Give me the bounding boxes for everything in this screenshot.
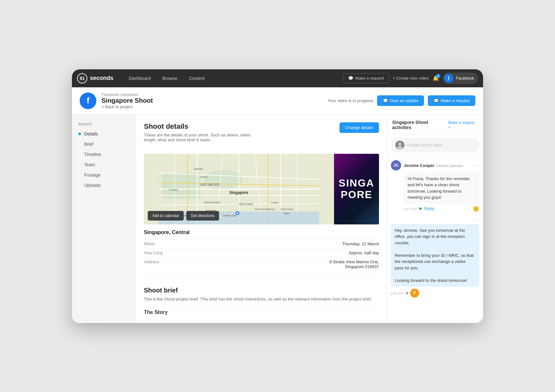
inactive-indicator — [78, 153, 81, 156]
shoot-brief-title: Shoot brief — [144, 287, 379, 294]
how-long-row: How Long Approx. half day — [144, 248, 379, 257]
project-info: f Facebook Livestream Singapore Shoot < … — [80, 92, 153, 109]
svg-text:IT TIMAH: IT TIMAH — [168, 189, 178, 191]
svg-text:CHAN: CHAN — [271, 201, 278, 204]
update-input-placeholder[interactable]: Update shoot team... — [407, 143, 475, 147]
top-navigation: 91 seconds Dashboard Browse Content 💬 Ma… — [72, 69, 483, 87]
activities-make-request-link[interactable]: Make a request > — [448, 120, 478, 129]
emoji-reaction-button[interactable]: 🙂 — [473, 206, 479, 212]
nav-right-actions: 💬 Make a request + Create new video 🔔 1 … — [343, 73, 478, 84]
svg-text:TOA PAYOH: TOA PAYOH — [204, 201, 220, 204]
nav-link-content[interactable]: Content — [184, 73, 210, 83]
message-item: JC Jerome Cooper Camera Operator ··· Hi … — [391, 160, 479, 212]
sidebar-label-footage: Footage — [84, 172, 101, 178]
message-author-info: Jerome Cooper Camera Operator — [404, 162, 463, 168]
project-meta: Facebook Livestream Singapore Shoot < Ba… — [101, 92, 153, 109]
change-details-button[interactable]: Change details — [339, 122, 379, 133]
map-container: ANG MO KIO Singapore TOA PAYOH GEYLANG P… — [144, 154, 379, 224]
when-label: When — [144, 241, 155, 246]
message-header: JC Jerome Cooper Camera Operator ··· — [391, 160, 479, 170]
when-value: Thursday, 12 March — [342, 241, 379, 246]
nav-links: Dashboard Browse Content — [124, 73, 343, 83]
main-content: SHOOT Details Brief Timeline Team Footag… — [72, 115, 483, 323]
svg-text:PAYA L: PAYA L — [200, 176, 209, 179]
message-status-indicator — [419, 207, 422, 210]
sidebar-item-team[interactable]: Team — [72, 160, 136, 170]
inactive-indicator — [78, 184, 81, 187]
own-message-avatar: F — [410, 289, 419, 298]
account-menu[interactable]: f Facebook — [443, 73, 478, 84]
sidebar-item-uploads[interactable]: Uploads — [72, 180, 136, 190]
shoot-brief-section: Shoot brief This is the Shoot project br… — [144, 280, 379, 315]
notification-badge: 1 — [436, 74, 440, 78]
project-title: Singapore Shoot — [101, 97, 153, 104]
message-time: just now — [404, 207, 417, 211]
sidebar-item-timeline[interactable]: Timeline — [72, 149, 136, 160]
sidebar-label-timeline: Timeline — [84, 152, 101, 157]
own-message-bubble: Hey Jerome, See you tomorrow at the offi… — [391, 224, 479, 287]
back-to-project-link[interactable]: < Back to project — [101, 104, 153, 109]
nav-link-dashboard[interactable]: Dashboard — [124, 73, 156, 83]
shoot-details-title: Shoot details — [144, 122, 260, 131]
own-message-status — [406, 292, 408, 294]
address-value: 9 Straits View Marina One, Singapore 018… — [330, 259, 379, 269]
the-story-header: The Story — [144, 307, 379, 315]
svg-point-34 — [236, 212, 238, 214]
singapore-overlay: SINGA PORE — [334, 154, 379, 224]
svg-text:Suntec City: Suntec City — [223, 214, 236, 217]
current-user-avatar — [395, 141, 404, 150]
svg-text:ANG MO KIO: ANG MO KIO — [200, 183, 220, 187]
own-message-text-3: Looking forward to the shoot tomorrow! — [395, 277, 475, 284]
get-directions-button[interactable]: Get directions — [186, 211, 219, 221]
update-input-row[interactable]: Update shoot team... — [391, 138, 479, 152]
when-row: When Thursday, 12 March — [144, 239, 379, 248]
location-name: Singapore, Central — [144, 230, 379, 235]
message-options-button[interactable]: ··· — [475, 162, 479, 168]
sidebar-label-details: Details — [84, 131, 98, 136]
sidebar-item-details[interactable]: Details — [72, 129, 136, 139]
sidebar-label-team: Team — [84, 162, 95, 167]
project-platform-logo: f — [80, 92, 96, 109]
own-message-time: just now — [391, 291, 404, 295]
activities-title: Singapore Shoot activities — [392, 120, 448, 130]
own-message-options[interactable]: ··· — [391, 217, 479, 223]
how-long-label: How Long — [144, 250, 163, 255]
sidebar-label-brief: Brief — [84, 142, 93, 147]
own-message-item: ··· Hey Jerome, See you tomorrow at the … — [391, 217, 479, 298]
inactive-indicator — [78, 163, 81, 166]
svg-text:East Coast: East Coast — [281, 208, 294, 211]
svg-text:Singapore: Singapore — [229, 190, 248, 195]
make-request-button[interactable]: 💬 Make a request — [428, 95, 475, 106]
own-message-footer: just now F — [391, 289, 479, 298]
message-text: Hi Fiona, Thanks for the reminder, and l… — [408, 176, 471, 200]
sidebar-item-footage[interactable]: Footage — [72, 170, 136, 180]
update-icon: 💬 — [383, 98, 388, 103]
message-avatar: JC — [391, 160, 401, 170]
avatar-icon — [395, 141, 404, 150]
svg-text:GEYLANG: GEYLANG — [239, 203, 253, 206]
singapore-overlay-text: SINGA PORE — [339, 178, 374, 200]
brand-logo[interactable]: 91 seconds — [77, 73, 113, 83]
video-status-text: Your video is in progress — [328, 98, 373, 103]
give-update-button[interactable]: 💬 Give an update — [377, 95, 424, 106]
project-platform: Facebook Livestream — [101, 92, 153, 97]
message-author-role: Camera Operator — [436, 164, 463, 168]
messages-area: JC Jerome Cooper Camera Operator ··· Hi … — [387, 156, 483, 323]
make-request-nav-button[interactable]: 💬 Make a request — [343, 73, 389, 83]
request-icon: 💬 — [348, 76, 353, 81]
own-message-text-2: Remember to bring your ID / NRIC, so tha… — [395, 252, 475, 271]
add-to-calendar-button[interactable]: Add to calendar — [148, 211, 184, 221]
nav-link-browse[interactable]: Browse — [157, 73, 183, 83]
message-author-name: Jerome Cooper — [404, 163, 434, 168]
svg-text:WATER: WATER — [194, 168, 203, 170]
address-row: Address 9 Straits View Marina One, Singa… — [144, 257, 379, 271]
map-buttons: Add to calendar Get directions — [148, 211, 219, 221]
request-btn-icon: 💬 — [434, 98, 439, 103]
sidebar-item-brief[interactable]: Brief — [72, 139, 136, 149]
notification-bell[interactable]: 🔔 1 — [433, 75, 439, 81]
account-fb-icon: f — [444, 74, 453, 83]
brand-name: seconds — [90, 75, 113, 82]
reply-button[interactable]: Reply — [424, 206, 434, 211]
create-video-nav-button[interactable]: + Create new video — [393, 76, 429, 81]
account-name: Facebook — [456, 76, 474, 81]
